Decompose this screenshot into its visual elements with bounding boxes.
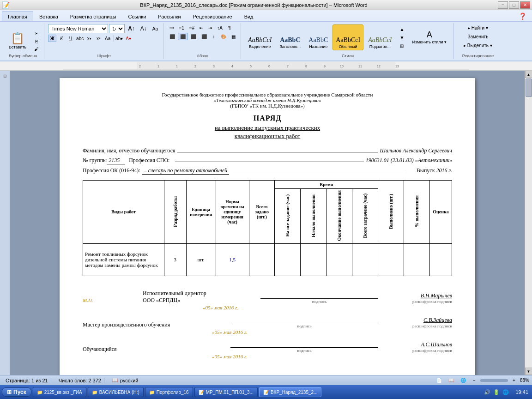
- zoom-bar: − + 88%: [470, 377, 529, 384]
- styles-expand[interactable]: ⊞: [398, 42, 407, 49]
- underline-button[interactable]: Ч: [66, 35, 75, 42]
- scroll-down-button[interactable]: ▼: [525, 368, 532, 375]
- strikethrough-button[interactable]: abc: [76, 35, 84, 42]
- taskbar-item-2[interactable]: 📁 Портфолио_16: [145, 387, 193, 397]
- taskbar-item-0[interactable]: 📁 2125_кв.экз._ГИА: [33, 387, 86, 397]
- increase-indent-button[interactable]: ⇥: [206, 24, 214, 31]
- decrease-indent-button[interactable]: ⇤: [197, 24, 206, 31]
- styles-scroll-down[interactable]: ▼: [398, 34, 407, 41]
- fio-line: [177, 152, 378, 152]
- language: русский: [120, 378, 138, 383]
- view-full-btn[interactable]: 📖: [446, 377, 456, 384]
- tab-links[interactable]: Ссылки: [122, 11, 152, 21]
- tab-home[interactable]: Главная: [2, 11, 33, 21]
- font-size-select[interactable]: 14: [109, 24, 125, 33]
- sort-button[interactable]: ↕A: [215, 24, 225, 31]
- copy-button[interactable]: ⎘: [32, 37, 41, 45]
- taskbar-item-3[interactable]: 📝 МР_ПМ.01_ПП.01_3...: [194, 387, 258, 397]
- find-button[interactable]: ▸ Найти ▾: [460, 24, 496, 31]
- taskbar-item-1[interactable]: 📁 ВАСИЛЬЕВНА (Н:): [88, 387, 144, 397]
- sig3-line: [230, 347, 378, 348]
- th-spent: Всего затрачено (час): [352, 189, 378, 244]
- font-grow-button[interactable]: A↑: [126, 25, 137, 32]
- style-normal-button[interactable]: AaBbCcI Обычный: [332, 24, 363, 50]
- ribbon: Главная Вставка Разметка страницы Ссылки…: [0, 10, 532, 61]
- format-painter-button[interactable]: 🖌: [32, 45, 41, 53]
- th-grade: Разряд работы: [164, 181, 186, 244]
- scroll-thumb[interactable]: [526, 79, 532, 97]
- maximize-button[interactable]: □: [509, 1, 519, 9]
- cut-button[interactable]: ✂: [32, 30, 41, 37]
- multilevel-list-button[interactable]: ≡#: [187, 24, 197, 31]
- formatting-row: Ж К Ч abc x₂ x² Аа ab▾ А▾: [48, 35, 160, 42]
- editing-label: Редактирование: [455, 54, 501, 58]
- title-bar-controls[interactable]: − □ ✕: [498, 1, 530, 9]
- scroll-track[interactable]: [525, 78, 532, 368]
- font-name-select[interactable]: Times New Roman: [48, 24, 108, 33]
- align-left-button[interactable]: ⬛: [167, 33, 177, 40]
- sig2-line-label: подпись: [297, 324, 311, 328]
- taskbar-label-3: МР_ПМ.01_ПП.01_3...: [206, 390, 254, 395]
- svg-text:6: 6: [268, 65, 270, 68]
- line-spacing-button[interactable]: ↕: [210, 33, 218, 40]
- taskbar-icon-4: 📝: [263, 390, 269, 395]
- styles-scroll-up[interactable]: ▲: [398, 25, 407, 33]
- close-button[interactable]: ✕: [520, 1, 530, 9]
- bullets-button[interactable]: ≡•: [167, 24, 176, 31]
- font-clear-button[interactable]: Aa: [150, 25, 160, 32]
- taskbar-icon-1: 📁: [92, 390, 97, 395]
- style-heading-button[interactable]: AaBbC Заголово...: [276, 24, 304, 50]
- start-icon: ⊞: [7, 389, 12, 395]
- mp-label: М.П.: [83, 297, 93, 303]
- fio-value: Шальнов Александр Сергеевич: [380, 147, 452, 154]
- style-title-button[interactable]: AaBbC Название: [305, 24, 331, 50]
- svg-rect-1: [137, 62, 395, 70]
- highlight-button[interactable]: ab▾: [115, 35, 123, 42]
- font-shrink-button[interactable]: A↓: [138, 25, 149, 32]
- select-button[interactable]: ▸ Выделить ▾: [460, 42, 496, 49]
- paste-button[interactable]: 📋 Вставить: [5, 28, 30, 54]
- view-web-btn[interactable]: 🌐: [458, 377, 468, 384]
- align-right-button[interactable]: ⬛: [188, 33, 199, 40]
- style-subtitle-button[interactable]: AaBbCcI Подзагол...: [365, 24, 395, 50]
- view-print-btn[interactable]: 📄: [434, 377, 444, 384]
- change-styles-button[interactable]: A Изменить стили ▾: [408, 24, 451, 51]
- zoom-out-btn[interactable]: −: [470, 377, 478, 384]
- zoom-in-btn[interactable]: +: [510, 377, 518, 384]
- show-formatting-button[interactable]: ¶: [225, 24, 234, 31]
- taskbar-icon-0: 📁: [37, 390, 42, 395]
- tab-mailings[interactable]: Рассылки: [152, 11, 187, 21]
- italic-button[interactable]: К: [57, 35, 66, 42]
- align-center-button[interactable]: ⬛: [178, 33, 188, 40]
- taskbar-item-4[interactable]: 📝 ВКР_Наряд_2135_2...: [259, 387, 321, 397]
- table-row: Ремонт топливных форсунок дизельной сист…: [83, 243, 452, 276]
- superscript-button[interactable]: x²: [94, 35, 103, 42]
- borders-button[interactable]: ▦: [229, 33, 238, 40]
- help-button[interactable]: ❓: [515, 12, 530, 21]
- start-button[interactable]: ⊞ Пуск: [2, 387, 31, 397]
- tab-review[interactable]: Рецензирование: [187, 11, 238, 21]
- form-row-group: № группы 2135 Профессия СПО: 190631.01 (…: [83, 157, 452, 164]
- style-selection-button[interactable]: AaBbCcI Выделение: [245, 24, 275, 50]
- spo-label: Профессия СПО:: [129, 157, 169, 164]
- sig2-row: Мастер производственного обучения подпис…: [83, 317, 452, 328]
- ok-label: Профессия ОК (016-94):: [83, 167, 140, 174]
- replace-button[interactable]: Заменить: [460, 33, 496, 40]
- tray-volume-icon: 🔋: [493, 389, 500, 395]
- font-color-button[interactable]: А▾: [124, 35, 133, 42]
- tab-insert[interactable]: Вставка: [33, 11, 64, 21]
- clipboard-label: Буфер обмена: [2, 54, 44, 58]
- document-area[interactable]: Государственное бюджетное профессиональн…: [10, 71, 525, 375]
- tab-view[interactable]: Вид: [238, 11, 260, 21]
- bold-button[interactable]: Ж: [48, 35, 56, 42]
- numbering-button[interactable]: ≡1: [176, 24, 186, 31]
- ribbon-toolbar: 📋 Вставить ✂ ⎘ 🖌 Буфер обмена Times New …: [0, 21, 532, 60]
- zoom-slider[interactable]: [480, 379, 508, 382]
- subscript-button[interactable]: x₂: [85, 35, 93, 42]
- scroll-up-button[interactable]: ▲: [525, 71, 532, 78]
- case-button[interactable]: Аа: [103, 35, 112, 42]
- minimize-button[interactable]: −: [498, 1, 508, 9]
- justify-button[interactable]: ⬛: [199, 33, 209, 40]
- shading-button[interactable]: 🎨: [218, 33, 229, 40]
- tab-layout[interactable]: Разметка страницы: [64, 11, 122, 21]
